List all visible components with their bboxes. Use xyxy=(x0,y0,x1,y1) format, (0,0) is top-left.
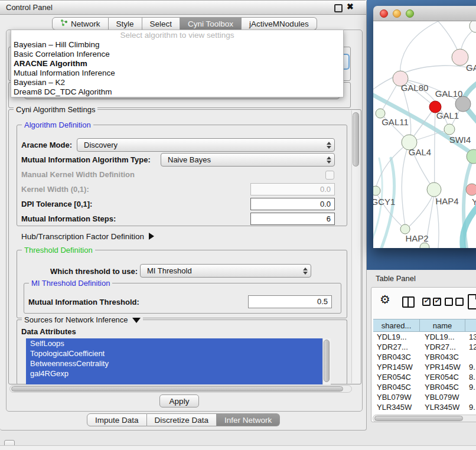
network-node-gal1[interactable] xyxy=(444,124,455,135)
screen: Control Panel ✖ NetworkStyleSelectCyni T… xyxy=(0,0,476,450)
table-cell: YBR045C xyxy=(373,382,420,392)
tab-label: jActiveMNodules xyxy=(249,19,309,28)
sources-group-title[interactable]: Sources for Network Inference xyxy=(22,315,143,324)
settings-vertical-scrollbar[interactable] xyxy=(351,110,360,383)
mi-type-value: Naive Bayes xyxy=(161,155,324,164)
tab-label: Network xyxy=(71,19,100,28)
table-cell: YBL079W xyxy=(373,392,420,402)
table-cell: YIL052C xyxy=(420,412,465,414)
table-horizontal-scrollbar[interactable] xyxy=(373,415,476,422)
hub-section-toggle[interactable]: Hub/Transcription Factor Definition xyxy=(21,232,154,241)
table-row[interactable]: YBR045CYBR045C9. xyxy=(373,382,476,392)
table-row[interactable]: YLR345WYLR345W9. xyxy=(373,402,476,412)
table-hscroll-thumb[interactable] xyxy=(374,416,463,421)
tab-select[interactable]: Select xyxy=(142,17,181,30)
table-cell: YBR043C xyxy=(373,352,420,362)
popup-placeholder: Select algorithm to view settings xyxy=(11,30,343,40)
node-label-hap4: HAP4 xyxy=(435,196,458,206)
attributes-vscroll[interactable] xyxy=(322,338,331,384)
tab-cyni-toolbox[interactable]: Cyni Toolbox xyxy=(180,17,242,30)
attribute-item-gal4rgexp[interactable]: gal4RGexp xyxy=(26,369,322,379)
table-cell: 8. xyxy=(465,372,475,382)
expand-arrow-icon xyxy=(149,233,154,240)
close-icon[interactable]: ✖ xyxy=(347,2,354,11)
algorithm-option-bayesian-hill-climbing[interactable]: Bayesian – Hill Climbing xyxy=(11,40,343,50)
tab-jactivemnodules[interactable]: jActiveMNodules xyxy=(242,17,317,30)
gear-icon[interactable]: ⚙ xyxy=(380,292,390,306)
mi-type-combo[interactable]: Naive Bayes xyxy=(161,153,335,167)
attribute-item-partial[interactable] xyxy=(26,379,322,384)
attribute-item-topologicalcoefficient[interactable]: TopologicalCoefficient xyxy=(26,348,322,358)
table-row[interactable]: YDR27...YDR27...12 xyxy=(373,342,476,352)
table-row[interactable]: YIL052CYIL052C9. xyxy=(373,412,476,414)
table-cell: 12 xyxy=(465,342,476,352)
checked-pair-icon[interactable] xyxy=(422,298,444,308)
algorithm-option-dream8-dc-tdc-algorithm[interactable]: Dream8 DC_TDC Algorithm xyxy=(11,87,343,97)
split-column-icon[interactable] xyxy=(402,296,415,308)
tab-discretize-data[interactable]: Discretize Data xyxy=(147,413,217,426)
settings-hscroll-thumb[interactable] xyxy=(11,386,343,392)
which-threshold-combo[interactable]: MI Threshold xyxy=(140,264,311,278)
threshold-definition-title: Threshold Definition xyxy=(22,246,95,255)
control-panel-titlebar[interactable]: Control Panel ✖ xyxy=(0,1,366,15)
algorithm-option-aracne-algorithm[interactable]: ARACNE Algorithm xyxy=(11,59,343,69)
tab-network[interactable]: Network xyxy=(52,17,109,30)
network-node-gcy1[interactable] xyxy=(373,186,380,195)
attribute-item-betweennesscentrality[interactable]: BetweennessCentrality xyxy=(26,358,322,369)
dpi-tolerance-input[interactable]: 0.0 xyxy=(250,198,335,210)
collapse-arrow-icon xyxy=(132,318,141,323)
network-node-hap2[interactable] xyxy=(400,224,410,234)
apply-button[interactable]: Apply xyxy=(159,394,199,407)
table-row[interactable]: YBR043CYBR043C xyxy=(373,352,476,362)
document-icon[interactable] xyxy=(468,294,476,309)
tab-infer-network[interactable]: Infer Network xyxy=(217,413,280,426)
algorithm-option-basic-correlation-inference[interactable]: Basic Correlation Inference xyxy=(11,50,343,59)
zoom-traffic-light[interactable] xyxy=(406,9,414,18)
column-header-name[interactable]: name xyxy=(420,319,465,332)
settings-horizontal-scrollbar[interactable] xyxy=(9,385,352,393)
table-row[interactable]: YDL19...YDL19...13 xyxy=(373,332,476,342)
algorithm-option-mutual-information-inference[interactable]: Mutual Information Inference xyxy=(11,69,343,78)
node-label-hap2: HAP2 xyxy=(405,233,428,243)
attributes-vscroll-thumb[interactable] xyxy=(324,340,330,382)
sources-title-text: Sources for Network Inference xyxy=(24,315,128,324)
network-node-hap4[interactable] xyxy=(427,182,441,197)
kernel-width-input[interactable]: 0.0 xyxy=(250,183,335,195)
network-canvas[interactable]: GALGAL80GAL10GAL11GAL1SWI4GAL4GCY1HAP4YH… xyxy=(373,21,476,248)
close-traffic-light[interactable] xyxy=(380,9,388,18)
tab-style[interactable]: Style xyxy=(109,17,142,30)
data-attributes-list[interactable]: SelfLoopsTopologicalCoefficientBetweenne… xyxy=(26,338,322,384)
mi-steps-label: Mutual Information Steps: xyxy=(21,214,116,223)
table-cell: YER054C xyxy=(420,372,465,382)
aracne-mode-value: Discovery xyxy=(77,141,324,149)
manual-kernel-checkbox[interactable] xyxy=(325,171,334,180)
popup-item-list: Bayesian – Hill ClimbingBasic Correlatio… xyxy=(11,40,343,97)
aracne-mode-combo[interactable]: Discovery xyxy=(77,138,335,152)
table-rows: YDL19...YDL19...13YDR27...YDR27...12YBR0… xyxy=(373,332,476,414)
mi-threshold-input[interactable]: 0.5 xyxy=(248,295,332,308)
mi-steps-input[interactable]: 6 xyxy=(250,213,335,225)
table-row[interactable]: YBL079WYBL079W xyxy=(373,392,476,402)
data-attributes-label: Data Attributes xyxy=(21,327,76,336)
top-tab-bar: NetworkStyleSelectCyni ToolboxjActiveMNo… xyxy=(52,17,317,30)
unchecked-pair-icon[interactable] xyxy=(445,298,466,308)
table-cell xyxy=(465,352,469,362)
tab-impute-data[interactable]: Impute Data xyxy=(87,413,147,426)
network-window-titlebar[interactable] xyxy=(373,6,476,21)
network-node[interactable] xyxy=(470,21,476,32)
minimize-traffic-light[interactable] xyxy=(393,9,401,18)
algorithm-option-bayesian-k2[interactable]: Bayesian – K2 xyxy=(11,78,343,87)
table-cell: YBR043C xyxy=(420,352,465,362)
network-node-y[interactable] xyxy=(466,184,476,195)
settings-vscroll-thumb[interactable] xyxy=(353,112,359,167)
attribute-item-selfloops[interactable]: SelfLoops xyxy=(26,338,322,348)
network-node[interactable] xyxy=(420,243,429,248)
column-header-a[interactable]: A xyxy=(465,319,476,332)
aracne-mode-label: Aracne Mode: xyxy=(21,141,72,149)
table-row[interactable]: YER054CYER054C8. xyxy=(373,372,476,382)
column-header-shared[interactable]: shared... xyxy=(373,319,420,332)
table-row[interactable]: YPR145WYPR145W9. xyxy=(373,362,476,372)
node-label-gal80: GAL80 xyxy=(401,83,429,93)
float-window-icon[interactable] xyxy=(334,4,343,12)
table-cell: 13 xyxy=(465,332,476,342)
